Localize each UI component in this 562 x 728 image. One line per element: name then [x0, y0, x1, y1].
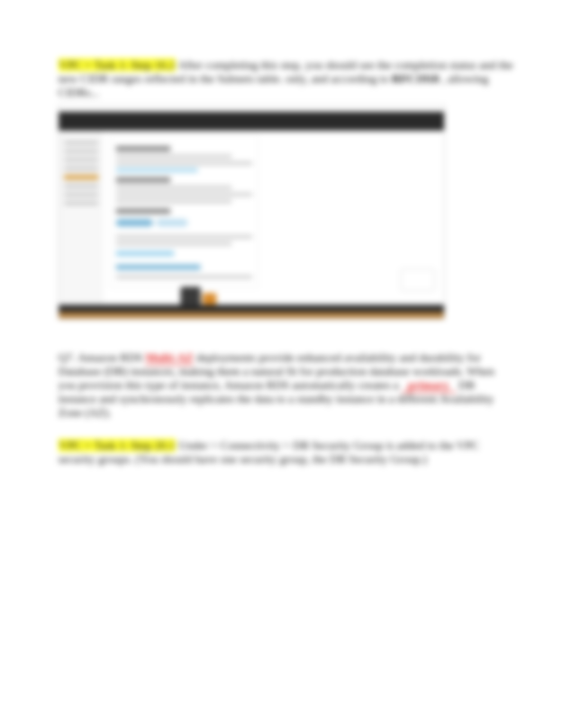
panel-title — [116, 146, 170, 151]
cidr-chip-1[interactable] — [116, 219, 153, 226]
embedded-screenshot — [58, 105, 445, 319]
paragraph-1-rfc: RFC1918 — [392, 72, 439, 85]
feedback-widget[interactable] — [401, 269, 434, 291]
screenshot-topbar — [59, 112, 444, 131]
dock-icon-2 — [203, 293, 216, 305]
q7-lead: Q7. Amazon RDS — [58, 351, 146, 364]
paragraph-3: VPC > Task 1: Step 20.1 Under > Connecti… — [58, 439, 514, 466]
dock-icon — [180, 287, 201, 305]
vpc-selector[interactable] — [116, 168, 198, 172]
screenshot-left-nav — [59, 131, 104, 305]
additional-settings-link[interactable] — [116, 265, 201, 270]
paragraph-2: Q7. Amazon RDS Multi-AZ deployments prov… — [58, 351, 514, 420]
paragraph-1: VPC > Task 1: Step 16.2 After completing… — [58, 58, 514, 99]
screenshot-main — [104, 131, 444, 305]
left-nav-active-item[interactable] — [64, 175, 98, 179]
create-subnet-panel — [110, 135, 258, 288]
screenshot-bottom-bar — [59, 312, 444, 319]
highlight-step-16-2: VPC > Task 1: Step 16.2 — [58, 58, 176, 71]
q7-blank-1: Multi-AZ — [146, 351, 193, 365]
zone-label — [116, 177, 170, 183]
highlight-step-20-1: VPC > Task 1: Step 20.1 — [58, 439, 176, 452]
cidr-chip-2[interactable] — [156, 219, 188, 226]
cidr-label — [116, 208, 170, 214]
add-new-subnet-link[interactable] — [116, 251, 174, 256]
q7-blank-2: primary — [402, 378, 456, 393]
paragraph-1-tail: only, and according to — [285, 72, 392, 85]
